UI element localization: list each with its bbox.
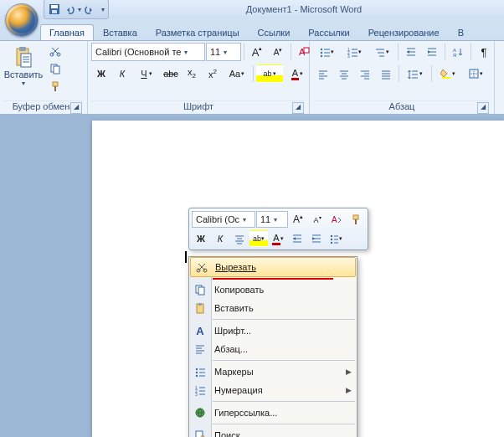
copy-icon [193, 282, 208, 297]
font-launcher-icon[interactable]: ◢ [292, 102, 304, 114]
svg-rect-22 [442, 77, 450, 79]
ctx-cut[interactable]: Вырезать [190, 257, 356, 277]
underline-button[interactable]: Ч▾ [133, 64, 160, 83]
subscript-button[interactable]: x2 [182, 64, 202, 83]
redo-icon[interactable] [83, 3, 96, 16]
ctx-hyperlink[interactable]: Гиперссылка... [189, 404, 357, 422]
ctx-search[interactable]: Поиск... [189, 426, 357, 437]
shrink-font-button[interactable]: A▾ [268, 43, 288, 61]
tab-page-layout[interactable]: Разметка страницы [147, 24, 249, 40]
tab-mailings[interactable]: Рассылки [299, 24, 358, 40]
font-name-combo[interactable]: Calibri (Основной те▾ [91, 43, 205, 61]
annotation-line [213, 278, 333, 280]
quick-access-toolbar: ▾ ▾ [44, 0, 109, 19]
qat-customize-icon[interactable]: ▾ [101, 6, 105, 13]
borders-button[interactable]: ▾ [462, 64, 489, 83]
italic-button[interactable]: К [112, 64, 132, 83]
tab-view[interactable]: В [449, 24, 473, 40]
window-title: Документ1 - Microsoft Word [109, 4, 499, 14]
group-font-label: Шрифт◢ [91, 100, 306, 115]
search-icon [193, 428, 208, 437]
svg-text:3: 3 [347, 54, 350, 58]
ctx-copy[interactable]: Копировать [189, 280, 357, 299]
align-right-button[interactable] [355, 64, 375, 83]
multilevel-button[interactable]: ▾ [368, 43, 395, 61]
align-left-button[interactable] [313, 64, 333, 83]
grow-font-button[interactable]: A▴ [247, 43, 267, 61]
save-icon[interactable] [48, 3, 61, 16]
increase-indent-button[interactable] [422, 43, 442, 61]
shading-button[interactable]: ▾ [435, 64, 461, 83]
submenu-arrow-icon: ▶ [346, 368, 352, 376]
ctx-para-label: Абзац... [214, 344, 248, 354]
ctx-bullets[interactable]: Маркеры ▶ [189, 362, 357, 381]
svg-rect-25 [353, 215, 358, 219]
mini-italic-button[interactable]: К [211, 230, 229, 247]
mini-styles-button[interactable]: A [327, 211, 346, 228]
mini-bold-button[interactable]: Ж [192, 230, 210, 247]
mini-grow-button[interactable]: A▴ [289, 211, 307, 228]
brush-icon [350, 213, 362, 225]
ctx-font[interactable]: A Шрифт... [189, 321, 357, 340]
ribbon: Вставить ▾ Буфер обмена◢ Calibri (Основн… [0, 40, 504, 116]
bold-button[interactable]: Ж [91, 64, 111, 83]
strike-button[interactable]: abc [161, 64, 181, 83]
numbering-icon: 123 [193, 383, 208, 398]
svg-point-36 [196, 368, 198, 370]
mini-toolbar: Calibri (Ос▾ 11▾ A▴ A▾ A Ж К ab▾ A▾ ▾ [188, 208, 368, 250]
svg-point-27 [331, 235, 332, 237]
font-color-button[interactable]: A▾ [284, 64, 311, 83]
mini-font-color-button[interactable]: A▾ [269, 230, 287, 247]
bullets-button[interactable]: ▾ [313, 43, 340, 61]
group-clipboard-label: Буфер обмена◢ [3, 100, 84, 115]
svg-rect-4 [19, 47, 26, 51]
mini-bullets-button[interactable]: ▾ [327, 230, 345, 247]
paste-button[interactable]: Вставить ▾ [3, 43, 44, 90]
align-center-button[interactable] [334, 64, 354, 83]
mini-highlight-button[interactable]: ab▾ [249, 230, 268, 247]
decrease-indent-button[interactable] [401, 43, 421, 61]
highlight-button[interactable]: ab▾ [256, 64, 283, 83]
superscript-button[interactable]: x2 [203, 64, 223, 83]
show-marks-button[interactable]: ¶ [474, 43, 494, 61]
undo-icon[interactable] [63, 3, 76, 16]
chevron-down-icon: ▾ [220, 49, 230, 56]
paragraph-launcher-icon[interactable]: ◢ [477, 102, 489, 114]
mini-painter-button[interactable] [347, 211, 365, 228]
office-button[interactable] [5, 3, 39, 37]
svg-rect-26 [355, 219, 357, 224]
ctx-paragraph[interactable]: Абзац... [189, 340, 357, 358]
ctx-paste[interactable]: Вставить [189, 299, 357, 317]
change-case-button[interactable]: Aa▾ [224, 64, 250, 83]
mini-decrease-indent-button[interactable] [288, 230, 306, 247]
svg-point-28 [331, 239, 332, 240]
tab-insert[interactable]: Вставка [94, 24, 147, 40]
tab-references[interactable]: Ссылки [249, 24, 300, 40]
ctx-numbering[interactable]: 123 Нумерация ▶ [189, 381, 357, 399]
numbering-button[interactable]: 123▾ [341, 43, 368, 61]
line-spacing-button[interactable]: ▾ [402, 64, 429, 83]
ctx-search-label: Поиск... [214, 430, 248, 437]
format-painter-button[interactable] [47, 78, 64, 95]
svg-point-14 [321, 49, 322, 50]
undo-dropdown-icon[interactable]: ▾ [78, 6, 81, 13]
svg-text:3: 3 [195, 392, 198, 396]
submenu-arrow-icon: ▶ [346, 386, 352, 394]
font-size-combo[interactable]: 11▾ [206, 43, 241, 61]
clipboard-launcher-icon[interactable]: ◢ [70, 102, 82, 114]
cut-button[interactable] [47, 43, 64, 59]
mini-increase-indent-button[interactable] [307, 230, 326, 247]
svg-rect-2 [52, 10, 57, 13]
mini-shrink-button[interactable]: A▾ [308, 211, 327, 228]
tab-review[interactable]: Рецензирование [359, 24, 449, 40]
tab-home[interactable]: Главная [40, 24, 94, 40]
mini-size-combo[interactable]: 11▾ [256, 211, 288, 228]
paragraph-icon [193, 342, 208, 357]
font-size-value: 11 [210, 47, 220, 57]
mini-center-button[interactable] [230, 230, 249, 247]
copy-button[interactable] [47, 60, 64, 77]
justify-button[interactable] [376, 64, 396, 83]
copy-icon [49, 63, 61, 75]
mini-font-combo[interactable]: Calibri (Ос▾ [192, 211, 255, 228]
sort-button[interactable]: AЯ [448, 43, 468, 61]
